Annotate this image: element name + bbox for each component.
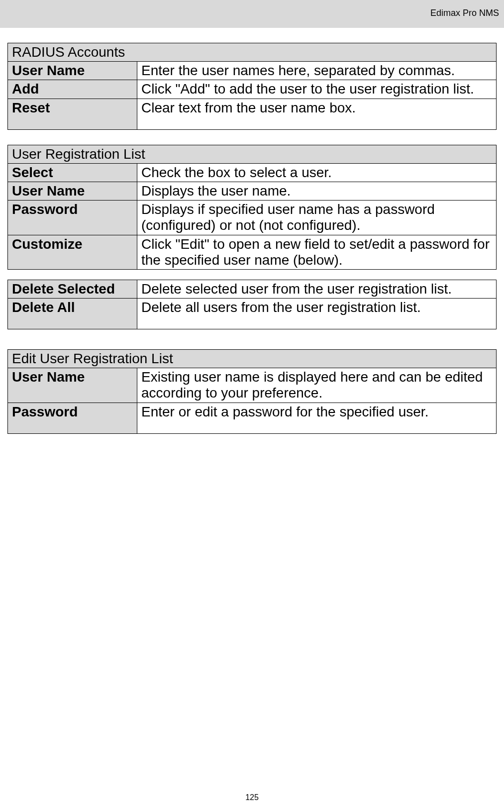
row-label: Password [8,403,137,433]
row-desc: Clear text from the user name box. [137,99,497,129]
page-number: 125 [245,793,259,802]
row-label: Add [8,80,137,99]
row-desc: Enter the user names here, separated by … [137,62,497,80]
table-row: Password Enter or edit a password for th… [8,403,497,433]
table-row: User Name Displays the user name. [8,182,497,200]
table-title: RADIUS Accounts [8,43,497,62]
table-title: Edit User Registration List [8,350,497,368]
header-band: Edimax Pro NMS [0,0,504,28]
row-label: User Name [8,182,137,200]
table-title-row: User Registration List [8,145,497,163]
table-row: Delete Selected Delete selected user fro… [8,280,497,298]
row-label: Password [8,201,137,235]
delete-actions-table: Delete Selected Delete selected user fro… [7,280,497,329]
table-row: User Name Existing user name is displaye… [8,368,497,403]
row-desc: Click "Add" to add the user to the user … [137,80,497,99]
table-row: Reset Clear text from the user name box. [8,99,497,129]
row-desc: Delete selected user from the user regis… [137,280,497,298]
row-label: Reset [8,99,137,129]
row-label: Select [8,163,137,182]
table-row: Delete All Delete all users from the use… [8,299,497,329]
table-row: Customize Click "Edit" to open a new fie… [8,235,497,269]
row-desc: Displays if specified user name has a pa… [137,201,497,235]
page-content: RADIUS Accounts User Name Enter the user… [0,28,504,434]
table-title-row: RADIUS Accounts [8,43,497,62]
header-title: Edimax Pro NMS [430,8,499,18]
table-row: User Name Enter the user names here, sep… [8,62,497,80]
table-row: Password Displays if specified user name… [8,201,497,235]
row-label: User Name [8,62,137,80]
radius-accounts-table: RADIUS Accounts User Name Enter the user… [7,43,497,130]
user-registration-list-table: User Registration List Select Check the … [7,145,497,270]
edit-user-registration-list-table: Edit User Registration List User Name Ex… [7,349,497,434]
row-desc: Displays the user name. [137,182,497,200]
table-row: Select Check the box to select a user. [8,163,497,182]
table-title: User Registration List [8,145,497,163]
row-label: Delete Selected [8,280,137,298]
row-desc: Check the box to select a user. [137,163,497,182]
row-desc: Click "Edit" to open a new field to set/… [137,235,497,269]
row-desc: Enter or edit a password for the specifi… [137,403,497,433]
row-label: Delete All [8,299,137,329]
row-desc: Delete all users from the user registrat… [137,299,497,329]
row-label: Customize [8,235,137,269]
row-label: User Name [8,368,137,403]
table-title-row: Edit User Registration List [8,350,497,368]
table-row: Add Click "Add" to add the user to the u… [8,80,497,99]
row-desc: Existing user name is displayed here and… [137,368,497,403]
